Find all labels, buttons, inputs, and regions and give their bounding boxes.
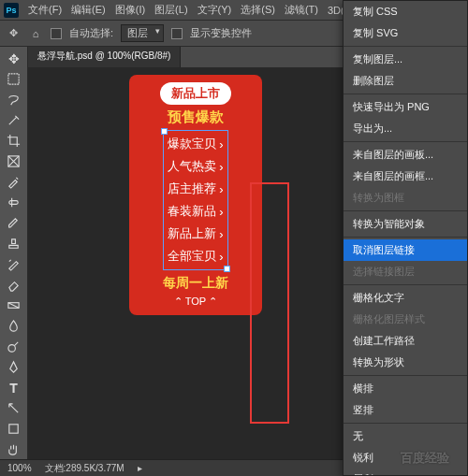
- crop-tool[interactable]: [3, 131, 25, 151]
- nav-item: 人气热卖: [168, 155, 223, 178]
- nav-item: 店主推荐: [168, 178, 223, 200]
- shape-tool[interactable]: [3, 419, 25, 439]
- pen-tool[interactable]: [3, 357, 25, 377]
- menu-select[interactable]: 选择(S): [237, 1, 279, 19]
- auto-select-dropdown[interactable]: 图层: [121, 24, 164, 42]
- menu-edit[interactable]: 编辑(E): [67, 1, 110, 19]
- context-item[interactable]: 栅格化文字: [344, 287, 467, 309]
- context-item[interactable]: 来自图层的画板...: [344, 144, 467, 166]
- zoom-level[interactable]: 100%: [7, 463, 32, 473]
- context-item[interactable]: 来自图层的画框...: [344, 166, 467, 187]
- eraser-tool[interactable]: [3, 275, 25, 295]
- blur-tool[interactable]: [3, 316, 25, 336]
- context-item[interactable]: 竖排: [344, 399, 467, 421]
- context-item: 转换为图框: [344, 187, 467, 209]
- context-item[interactable]: 犀利: [344, 469, 467, 476]
- context-item: 栅格化图层样式: [344, 309, 467, 330]
- move-tool-icon: ✥: [6, 26, 21, 41]
- move-tool[interactable]: ✥: [3, 49, 25, 68]
- svg-rect-5: [9, 425, 18, 433]
- dodge-tool[interactable]: [3, 337, 25, 356]
- watermark: 百度经验: [401, 450, 449, 467]
- context-item[interactable]: 复制 CSS: [344, 1, 467, 22]
- nav-top: ⌃ TOP ⌃: [174, 296, 217, 308]
- svg-rect-2: [9, 201, 18, 205]
- wand-tool[interactable]: [3, 110, 25, 130]
- menu-type[interactable]: 文字(Y): [194, 1, 236, 19]
- context-item: 选择链接图层: [344, 261, 467, 282]
- show-transform-label: 显示变换控件: [190, 26, 252, 40]
- status-arrow-icon[interactable]: ▸: [138, 463, 142, 473]
- brush-tool[interactable]: [3, 213, 25, 233]
- nav-week: 每周一上新: [163, 275, 228, 292]
- context-item[interactable]: 导出为...: [344, 118, 467, 139]
- frame-tool[interactable]: [3, 151, 25, 171]
- nav-item: 新品上新: [168, 223, 223, 245]
- context-item[interactable]: 无: [344, 426, 467, 447]
- context-item[interactable]: 取消图层链接: [344, 239, 467, 261]
- context-item[interactable]: 转换为智能对象: [344, 213, 467, 235]
- context-item[interactable]: 快速导出为 PNG: [344, 96, 467, 118]
- nav-pill: 新品上市: [160, 82, 231, 105]
- type-tool[interactable]: T: [3, 378, 25, 397]
- auto-select-label: 自动选择:: [69, 26, 113, 40]
- document-tab[interactable]: 悬浮导航.psd @ 100%(RGB/8#): [28, 47, 181, 67]
- nav-title: 预售爆款: [168, 108, 224, 126]
- doc-size: 文档:289.5K/3.77M: [45, 462, 124, 475]
- svg-point-4: [8, 345, 16, 353]
- marquee-tool[interactable]: [3, 69, 25, 89]
- document-tabs: 悬浮导航.psd @ 100%(RGB/8#): [28, 47, 363, 67]
- menu-file[interactable]: 文件(F): [24, 1, 66, 19]
- nav-card: 新品上市 预售爆款 爆款宝贝 人气热卖 店主推荐 春装新品 新品上新 全部宝贝 …: [129, 75, 262, 315]
- context-item[interactable]: 横排: [344, 378, 467, 399]
- nav-item: 春装新品: [168, 200, 223, 223]
- menu-image[interactable]: 图像(I): [111, 1, 149, 19]
- context-menu: 复制 CSS复制 SVG复制图层...删除图层快速导出为 PNG导出为...来自…: [343, 0, 468, 476]
- lasso-tool[interactable]: [3, 90, 25, 109]
- nav-item: 爆款宝贝: [168, 133, 223, 155]
- path-tool[interactable]: [3, 398, 25, 418]
- hand-tool[interactable]: [3, 440, 25, 459]
- heal-tool[interactable]: [3, 193, 25, 212]
- home-icon[interactable]: ⌂: [28, 26, 43, 41]
- selection-box[interactable]: 爆款宝贝 人气热卖 店主推荐 春装新品 新品上新 全部宝贝: [163, 130, 227, 270]
- context-item[interactable]: 复制图层...: [344, 49, 467, 70]
- gradient-tool[interactable]: [3, 296, 25, 315]
- menu-filter[interactable]: 滤镜(T): [281, 1, 322, 19]
- tools-panel: ✥ T: [0, 47, 28, 459]
- context-item[interactable]: 复制 SVG: [344, 22, 467, 44]
- stamp-tool[interactable]: [3, 234, 25, 253]
- auto-select-checkbox[interactable]: [51, 28, 62, 39]
- context-item[interactable]: 删除图层: [344, 70, 467, 92]
- eyedropper-tool[interactable]: [3, 172, 25, 192]
- context-item[interactable]: 创建工作路径: [344, 330, 467, 352]
- ps-logo: Ps: [4, 3, 19, 18]
- canvas-area: 悬浮导航.psd @ 100%(RGB/8#) 新品上市 预售爆款 爆款宝贝 人…: [28, 47, 363, 459]
- menu-layer[interactable]: 图层(L): [151, 1, 191, 19]
- history-brush-tool[interactable]: [3, 254, 25, 274]
- show-transform-checkbox[interactable]: [171, 28, 183, 39]
- context-item[interactable]: 转换为形状: [344, 352, 467, 373]
- svg-rect-0: [8, 74, 19, 84]
- canvas[interactable]: 新品上市 预售爆款 爆款宝贝 人气热卖 店主推荐 春装新品 新品上新 全部宝贝 …: [28, 67, 363, 459]
- nav-item: 全部宝贝: [168, 245, 223, 267]
